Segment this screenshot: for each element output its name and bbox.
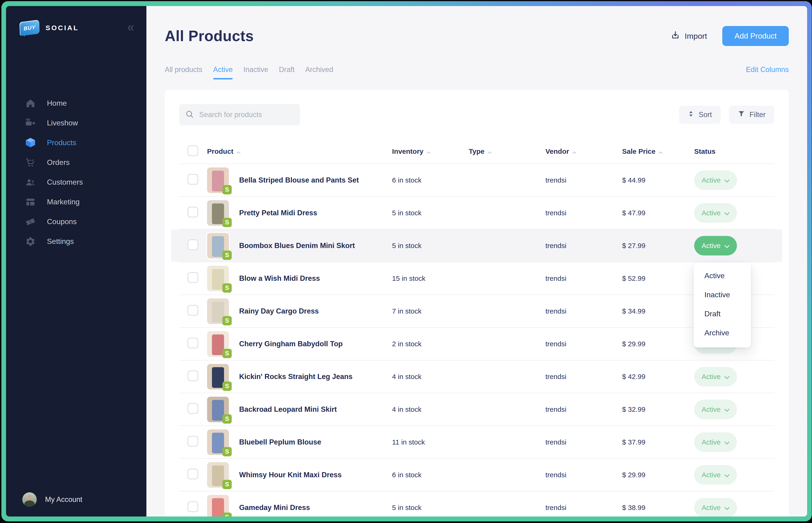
product-name[interactable]: Gameday Mini Dress: [239, 504, 392, 512]
row-checkbox[interactable]: [188, 338, 198, 348]
product-image: S: [207, 495, 229, 517]
chevron-down-icon: [724, 438, 729, 446]
row-checkbox[interactable]: [188, 207, 198, 217]
chevron-down-icon: [724, 471, 729, 479]
product-name[interactable]: Bluebell Peplum Blouse: [239, 438, 392, 446]
search-icon: [185, 110, 194, 120]
sidebar-logo-row: BUY SOCIAL «: [6, 6, 146, 35]
table-row: S Rainy Day Cargo Dress 7 in stock trend…: [179, 295, 774, 328]
search-box[interactable]: [179, 104, 300, 125]
image-cell: S: [207, 331, 239, 357]
row-checkbox[interactable]: [188, 436, 198, 447]
chevron-down-icon: [724, 405, 729, 413]
sidebar-item-products[interactable]: Products: [6, 133, 146, 152]
sidebar-item-home[interactable]: Home: [6, 93, 146, 113]
product-name[interactable]: Backroad Leopard Mini Skirt: [239, 405, 392, 414]
sidebar-item-liveshow[interactable]: Liveshow: [6, 113, 146, 133]
status-badge[interactable]: Active: [694, 236, 737, 255]
column-header-sale-price[interactable]: Sale Price: [622, 147, 694, 155]
product-name[interactable]: Bella Striped Blouse and Pants Set: [239, 176, 392, 184]
dropdown-option-active[interactable]: Active: [694, 266, 751, 285]
status-badge[interactable]: Active: [694, 498, 737, 517]
product-name[interactable]: Blow a Wish Midi Dress: [239, 274, 392, 283]
status-badge[interactable]: Active: [694, 400, 737, 419]
column-header-type[interactable]: Type: [469, 147, 545, 155]
edit-columns-link[interactable]: Edit Columns: [746, 66, 789, 74]
status-badge[interactable]: Active: [694, 367, 737, 386]
sidebar-item-customers[interactable]: Customers: [6, 172, 146, 192]
column-header-vendor[interactable]: Vendor: [545, 147, 622, 155]
sidebar-item-label: Coupons: [47, 217, 77, 226]
window-frame: BUY SOCIAL « Home Liveshow Products Orde…: [1, 1, 812, 521]
checkbox-cell: [179, 403, 207, 415]
shopify-icon: S: [223, 251, 232, 260]
sidebar-item-label: Liveshow: [47, 119, 78, 127]
search-input[interactable]: [199, 111, 294, 119]
product-name[interactable]: Pretty Petal Midi Dress: [239, 209, 392, 217]
dropdown-option-inactive[interactable]: Inactive: [694, 285, 751, 304]
image-cell: S: [207, 429, 239, 455]
status-badge[interactable]: Active: [694, 203, 737, 223]
sort-arrows-icon: [688, 110, 694, 119]
product-name[interactable]: Cherry Gingham Babydoll Top: [239, 340, 392, 348]
select-all-checkbox[interactable]: [188, 145, 198, 156]
row-checkbox[interactable]: [188, 239, 198, 250]
my-account[interactable]: My Account: [6, 492, 146, 517]
page-header: All Products Import Add Product: [165, 26, 789, 46]
sidebar-item-orders[interactable]: Orders: [6, 152, 146, 172]
vendor-cell: trendsi: [545, 307, 622, 315]
my-account-label: My Account: [45, 495, 82, 504]
tab-draft[interactable]: Draft: [279, 66, 295, 79]
dropdown-option-draft[interactable]: Draft: [694, 304, 751, 323]
row-checkbox[interactable]: [188, 371, 198, 381]
product-name[interactable]: Kickin' Rocks Straight Leg Jeans: [239, 373, 392, 381]
inventory-cell: 4 in stock: [392, 373, 469, 381]
tab-inactive[interactable]: Inactive: [243, 66, 268, 79]
row-checkbox[interactable]: [188, 403, 198, 414]
tab-archived[interactable]: Archived: [305, 66, 333, 79]
table-header: Product Inventory Type Vendor Sale Price…: [179, 139, 774, 164]
column-header-inventory[interactable]: Inventory: [392, 147, 469, 155]
status-badge[interactable]: Active: [694, 170, 737, 190]
image-cell: S: [207, 397, 239, 422]
product-name[interactable]: Boombox Blues Denim Mini Skort: [239, 241, 392, 250]
status-badge[interactable]: Active: [694, 465, 737, 485]
image-cell: S: [207, 495, 239, 517]
dropdown-option-archive[interactable]: Archive: [694, 323, 751, 342]
collapse-sidebar-icon[interactable]: «: [127, 20, 134, 33]
sidebar-item-label: Customers: [47, 178, 83, 186]
column-header-product[interactable]: Product: [207, 147, 392, 155]
row-checkbox[interactable]: [188, 174, 198, 185]
sidebar-item-coupons[interactable]: Coupons: [6, 212, 146, 232]
tab-active[interactable]: Active: [213, 66, 233, 79]
shopify-icon: S: [223, 480, 232, 489]
status-cell: Active: [694, 170, 774, 190]
shopify-icon: S: [223, 414, 232, 423]
main-content: All Products Import Add Product All prod…: [146, 6, 807, 517]
tab-all-products[interactable]: All products: [165, 66, 202, 79]
row-checkbox[interactable]: [188, 469, 198, 479]
add-product-button[interactable]: Add Product: [722, 26, 789, 46]
import-button[interactable]: Import: [671, 31, 707, 41]
product-image: S: [207, 397, 229, 422]
sort-button[interactable]: Sort: [679, 106, 721, 124]
table-row: S Boombox Blues Denim Mini Skort 5 in st…: [179, 230, 774, 262]
status-badge-label: Active: [702, 373, 721, 381]
sidebar-item-marketing[interactable]: Marketing: [6, 192, 146, 212]
product-name[interactable]: Whimsy Hour Knit Maxi Dress: [239, 471, 392, 479]
product-image: S: [207, 200, 229, 226]
row-checkbox[interactable]: [188, 305, 198, 315]
table-row: S Bluebell Peplum Blouse 11 in stock tre…: [179, 426, 774, 459]
row-checkbox[interactable]: [188, 272, 198, 283]
row-checkbox[interactable]: [188, 501, 198, 512]
status-badge[interactable]: Active: [694, 432, 737, 452]
column-header-status[interactable]: Status: [694, 147, 774, 155]
sidebar-item-label: Settings: [47, 237, 74, 246]
table-row: S Cherry Gingham Babydoll Top 2 in stock…: [179, 328, 774, 360]
product-name[interactable]: Rainy Day Cargo Dress: [239, 307, 392, 315]
filter-label: Filter: [749, 111, 765, 119]
ticket-icon: [25, 216, 36, 228]
sidebar-item-settings[interactable]: Settings: [6, 232, 146, 251]
filter-button[interactable]: Filter: [729, 106, 774, 124]
column-header-label: Sale Price: [622, 147, 655, 155]
